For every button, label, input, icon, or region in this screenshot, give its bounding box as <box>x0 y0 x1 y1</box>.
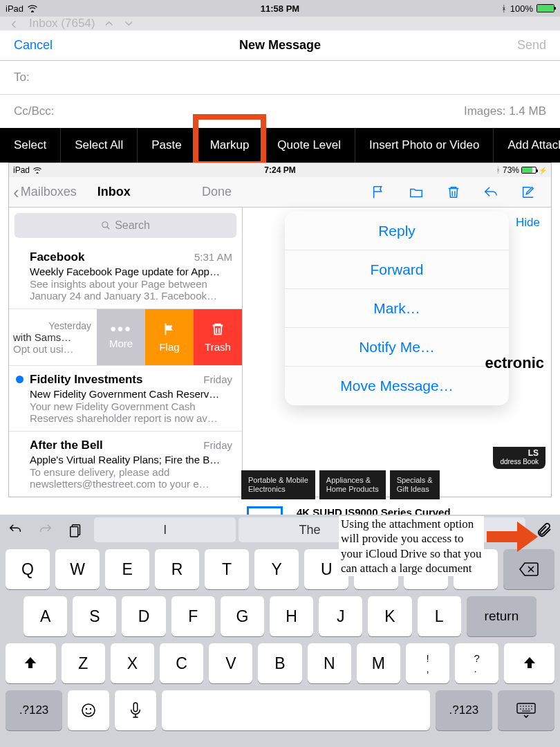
done-button[interactable]: Done <box>202 185 243 199</box>
key-d[interactable]: D <box>122 596 165 636</box>
svg-point-0 <box>102 222 108 228</box>
return-key[interactable]: return <box>467 596 536 636</box>
key-?.[interactable]: ? . <box>455 643 498 683</box>
mail-cell[interactable]: After the BellFriday Apple's Virtual Rea… <box>9 432 242 497</box>
mail-detail-pane: Hide ReplyForwardMark…Notify Me…Move Mes… <box>243 208 551 497</box>
mail-subject: Apple's Virtual Reality Plans; Fire the … <box>30 454 232 465</box>
compose-icon[interactable] <box>521 185 536 200</box>
svg-rect-9 <box>517 703 535 713</box>
unread-dot-icon <box>16 376 24 383</box>
cancel-button[interactable]: Cancel <box>14 38 53 53</box>
numeric-key[interactable]: .?123 <box>6 690 62 730</box>
wifi-icon <box>32 167 42 174</box>
flag-icon[interactable] <box>371 185 386 200</box>
mailboxes-label: Mailboxes <box>21 185 77 199</box>
edit-menu-add-attachment[interactable]: Add Attachment <box>494 128 560 163</box>
mail-time: 5:31 AM <box>194 251 232 263</box>
key-a[interactable]: A <box>24 596 67 636</box>
edit-menu-select-all[interactable]: Select All <box>61 128 138 163</box>
hide-button[interactable]: Hide <box>516 216 540 230</box>
search-field[interactable]: Search <box>15 213 236 238</box>
popover-move-message-[interactable]: Move Message… <box>285 367 509 405</box>
undo-button[interactable] <box>0 515 30 545</box>
swipe-more-button[interactable]: ••• More <box>97 309 145 365</box>
popover-notify-me-[interactable]: Notify Me… <box>285 328 509 367</box>
swipe-trash-button[interactable]: Trash <box>194 309 242 365</box>
key-f[interactable]: F <box>171 596 215 636</box>
key-e[interactable]: E <box>105 549 149 589</box>
trash-icon[interactable] <box>446 185 461 200</box>
key-l[interactable]: L <box>418 596 461 636</box>
images-info: Images: 1.4 MB <box>464 104 546 118</box>
mailboxes-back-button[interactable]: ‹ Mailboxes <box>9 185 81 199</box>
flag-label: Flag <box>159 341 179 353</box>
swipe-flag-button[interactable]: Flag <box>145 309 194 365</box>
backspace-key[interactable] <box>503 549 554 589</box>
popover-forward[interactable]: Forward <box>285 250 509 289</box>
edit-menu-select[interactable]: Select <box>0 128 61 163</box>
mail-cell-swiped[interactable]: Yesterday with Sams… Opt out usi… ••• Mo… <box>9 309 242 366</box>
key-t[interactable]: T <box>205 549 249 589</box>
ccbcc-label: Cc/Bcc: <box>14 104 55 118</box>
key-k[interactable]: K <box>368 596 411 636</box>
svg-rect-1 <box>487 531 517 542</box>
inner-battery: 73% <box>503 165 519 175</box>
send-button[interactable]: Send <box>517 38 546 53</box>
ccbcc-field[interactable]: Cc/Bcc: Images: 1.4 MB <box>0 95 560 128</box>
key-M[interactable]: M <box>357 643 400 683</box>
shift-key[interactable] <box>504 643 554 683</box>
edit-menu-quote-level[interactable]: Quote Level <box>263 128 355 163</box>
inner-time: 7:24 PM <box>264 165 295 175</box>
key-!,[interactable]: ! , <box>406 643 449 683</box>
key-Z[interactable]: Z <box>62 643 105 683</box>
numeric-key[interactable]: .?123 <box>436 690 492 730</box>
redo-button[interactable] <box>30 515 61 545</box>
bluetooth-icon: ᚼ <box>496 165 501 175</box>
folder-icon[interactable] <box>409 185 424 200</box>
key-s[interactable]: S <box>73 596 116 636</box>
reply-icon[interactable] <box>483 185 498 200</box>
mail-cell[interactable]: Fidelity InvestmentsFriday New Fidelity … <box>9 366 242 432</box>
edit-menu-paste[interactable]: Paste <box>138 128 196 163</box>
peek-time: Yesterday <box>13 320 93 331</box>
inner-device: iPad <box>13 165 30 175</box>
mic-key[interactable] <box>115 690 156 730</box>
key-r[interactable]: R <box>155 549 199 589</box>
clipboard-button[interactable] <box>61 515 91 545</box>
status-time: 11:58 PM <box>261 3 299 14</box>
svg-rect-8 <box>133 703 138 712</box>
edit-menu-markup[interactable]: Markup <box>196 128 264 163</box>
status-bar: iPad 11:58 PM ᚼ 100% <box>0 0 560 17</box>
shift-key[interactable] <box>6 643 56 683</box>
svg-point-5 <box>82 704 95 717</box>
promo-tabs: Portable & Mobile ElectronicsAppliances … <box>241 470 545 499</box>
inbox-title: Inbox <box>81 185 131 199</box>
key-j[interactable]: J <box>319 596 362 636</box>
popover-reply[interactable]: Reply <box>285 212 509 250</box>
emoji-key[interactable] <box>68 690 109 730</box>
key-V[interactable]: V <box>209 643 252 683</box>
mail-preview: Your new Fidelity Government Cash Reserv… <box>30 400 232 424</box>
key-C[interactable]: C <box>160 643 203 683</box>
key-q[interactable]: Q <box>6 549 50 589</box>
key-g[interactable]: G <box>221 596 264 636</box>
to-field[interactable]: To: <box>0 61 560 95</box>
compose-title: New Message <box>239 38 321 53</box>
key-h[interactable]: H <box>270 596 313 636</box>
embedded-screenshot: iPad 7:24 PM ᚼ 73% ⚡ ‹ Mailboxes Inbox D… <box>8 163 552 497</box>
mail-from: Facebook <box>30 250 84 264</box>
key-B[interactable]: B <box>258 643 301 683</box>
suggestion[interactable]: I <box>94 517 236 542</box>
popover-mark-[interactable]: Mark… <box>285 289 509 328</box>
key-y[interactable]: Y <box>254 549 299 589</box>
key-w[interactable]: W <box>55 549 100 589</box>
mail-preview: To ensure delivery, please add newslette… <box>30 466 232 490</box>
edit-menu-insert-photo-or-video[interactable]: Insert Photo or Video <box>355 128 494 163</box>
hide-keyboard-key[interactable] <box>498 690 554 730</box>
key-X[interactable]: X <box>111 643 154 683</box>
key-N[interactable]: N <box>308 643 351 683</box>
space-key[interactable] <box>162 690 430 730</box>
trash-label: Trash <box>205 341 231 353</box>
faded-title: Inbox (7654) <box>29 17 95 30</box>
mail-cell[interactable]: Facebook5:31 AM Weekly Facebook Page upd… <box>9 243 242 309</box>
